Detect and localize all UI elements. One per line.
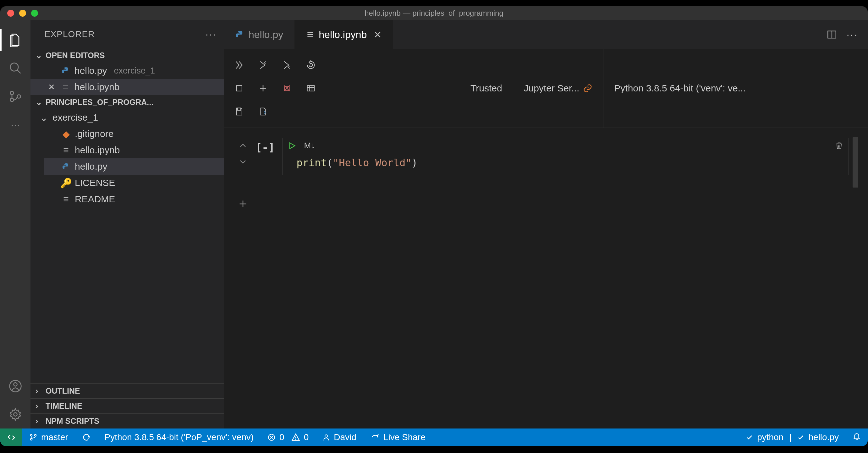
open-editors-section[interactable]: ⌄ OPEN EDITORS bbox=[30, 48, 224, 63]
file-item[interactable]: hello.py bbox=[44, 158, 224, 175]
chevron-up-icon[interactable] bbox=[238, 140, 248, 151]
activity-more[interactable]: ··· bbox=[0, 110, 30, 139]
tabs-actions: ··· bbox=[827, 20, 868, 49]
tab-hello-py[interactable]: hello.py bbox=[224, 20, 295, 49]
notebook-icon bbox=[62, 146, 70, 155]
trash-icon[interactable] bbox=[835, 141, 843, 150]
export-icon[interactable] bbox=[257, 105, 269, 118]
editor-more-icon[interactable]: ··· bbox=[847, 29, 858, 40]
close-icon[interactable]: ✕ bbox=[374, 29, 381, 40]
add-cell-icon[interactable] bbox=[257, 82, 269, 95]
git-icon: ◆ bbox=[62, 129, 70, 138]
chevron-down-icon: ⌄ bbox=[35, 98, 43, 107]
folder-item[interactable]: ⌄ exercise_1 bbox=[30, 109, 224, 126]
problems-status[interactable]: 0 0 bbox=[260, 428, 315, 446]
python-icon bbox=[61, 66, 70, 75]
liveshare-button[interactable]: Live Share bbox=[363, 428, 432, 446]
npm-label: NPM SCRIPTS bbox=[45, 417, 99, 426]
branch-name: master bbox=[41, 432, 68, 442]
code-token: "Hello World" bbox=[333, 157, 411, 169]
explorer-more-icon[interactable]: ··· bbox=[206, 29, 217, 40]
project-section[interactable]: ⌄ PRINCIPLES_OF_PROGRA... bbox=[30, 95, 224, 109]
warnings-count: 0 bbox=[304, 432, 309, 442]
open-editor-item[interactable]: ✕ hello.ipynb bbox=[30, 79, 224, 95]
svg-point-4 bbox=[17, 95, 21, 98]
python-icon bbox=[62, 162, 70, 171]
file-name: LICENSE bbox=[75, 177, 115, 188]
svg-point-6 bbox=[14, 383, 17, 386]
interrupt-icon[interactable] bbox=[233, 82, 245, 95]
run-all-icon[interactable] bbox=[233, 59, 245, 71]
kernel-status[interactable]: Python 3.8.5 64-bit ('venv': ve... bbox=[603, 49, 756, 128]
sync-button[interactable] bbox=[75, 428, 98, 446]
run-below-icon[interactable] bbox=[281, 59, 293, 71]
tabs-bar: hello.py hello.ipynb ✕ ··· bbox=[224, 20, 868, 49]
vscode-window: hello.ipynb — principles_of_programming … bbox=[0, 6, 868, 446]
tab-label: hello.ipynb bbox=[319, 29, 367, 40]
svg-point-41 bbox=[325, 435, 328, 437]
chevron-down-icon[interactable] bbox=[238, 157, 248, 167]
file-item[interactable]: README bbox=[44, 191, 224, 207]
interpreter-status[interactable]: Python 3.8.5 64-bit ('PoP_venv': venv) bbox=[98, 428, 261, 446]
save-icon[interactable] bbox=[233, 105, 245, 118]
collapse-toggle[interactable]: [-] bbox=[255, 141, 275, 154]
file-item[interactable]: ◆ .gitignore bbox=[44, 126, 224, 142]
outline-section[interactable]: › OUTLINE bbox=[30, 383, 224, 398]
window-title: hello.ipynb — principles_of_programming bbox=[0, 9, 868, 18]
scrollbar[interactable] bbox=[852, 137, 858, 188]
file-name: hello.py bbox=[75, 161, 107, 172]
svg-point-3 bbox=[10, 98, 14, 102]
status-bar: master Python 3.8.5 64-bit ('PoP_venv': … bbox=[0, 428, 868, 446]
file-name: hello.ipynb bbox=[74, 82, 119, 92]
file-item[interactable]: 🔑 LICENSE bbox=[44, 175, 224, 191]
svg-point-7 bbox=[14, 413, 17, 416]
open-editor-item[interactable]: hello.py exercise_1 bbox=[30, 63, 224, 79]
notebook-body: [-] M↓ bbox=[224, 128, 868, 428]
file-name: .gitignore bbox=[75, 128, 114, 139]
tab-label: hello.py bbox=[249, 29, 283, 40]
notebook-cell[interactable]: [-] M↓ bbox=[255, 138, 849, 175]
file-name: hello.ipynb bbox=[75, 145, 120, 156]
run-cell-icon[interactable] bbox=[287, 141, 296, 150]
outline-label: OUTLINE bbox=[45, 386, 80, 395]
svg-point-34 bbox=[30, 439, 32, 440]
variables-icon[interactable] bbox=[305, 82, 317, 95]
jupyter-server-status[interactable]: Jupyter Ser... bbox=[513, 49, 603, 128]
timeline-section[interactable]: › TIMELINE bbox=[30, 398, 224, 413]
code-token: ) bbox=[411, 157, 417, 169]
run-above-icon[interactable] bbox=[257, 59, 269, 71]
lang-status[interactable]: python | hello.py bbox=[739, 432, 846, 442]
chevron-right-icon: › bbox=[35, 401, 43, 411]
markdown-toggle[interactable]: M↓ bbox=[304, 141, 315, 151]
branch-status[interactable]: master bbox=[22, 428, 75, 446]
svg-point-2 bbox=[10, 91, 14, 95]
trusted-status[interactable]: Trusted bbox=[460, 49, 513, 128]
restart-icon[interactable] bbox=[305, 59, 317, 71]
link-icon bbox=[583, 84, 592, 93]
tab-hello-ipynb[interactable]: hello.ipynb ✕ bbox=[295, 20, 393, 49]
code-editor[interactable]: print("Hello World") bbox=[282, 153, 848, 175]
npm-section[interactable]: › NPM SCRIPTS bbox=[30, 413, 224, 428]
remote-button[interactable] bbox=[0, 428, 22, 446]
activity-source-control[interactable] bbox=[0, 82, 30, 110]
timeline-label: TIMELINE bbox=[45, 401, 82, 411]
notifications-button[interactable] bbox=[846, 432, 868, 441]
notebook-toolbar: Trusted Jupyter Ser... Python 3.8.5 64-b… bbox=[224, 49, 868, 128]
key-icon: 🔑 bbox=[62, 179, 70, 187]
split-editor-icon[interactable] bbox=[827, 29, 837, 40]
file-item[interactable]: hello.ipynb bbox=[44, 142, 224, 158]
svg-point-40 bbox=[296, 439, 296, 440]
code-token: ( bbox=[327, 157, 333, 169]
svg-line-1 bbox=[17, 70, 21, 73]
close-icon[interactable]: ✕ bbox=[48, 82, 57, 92]
titlebar[interactable]: hello.ipynb — principles_of_programming bbox=[0, 6, 868, 20]
activity-settings[interactable] bbox=[0, 400, 30, 428]
explorer-header: EXPLORER ··· bbox=[30, 20, 224, 48]
add-icon[interactable] bbox=[237, 198, 249, 209]
notebook-icon bbox=[61, 83, 70, 91]
clear-outputs-icon[interactable] bbox=[281, 82, 293, 95]
activity-explorer[interactable] bbox=[0, 26, 30, 54]
activity-accounts[interactable] bbox=[0, 372, 30, 400]
liveshare-user[interactable]: David bbox=[315, 428, 363, 446]
activity-search[interactable] bbox=[0, 54, 30, 82]
